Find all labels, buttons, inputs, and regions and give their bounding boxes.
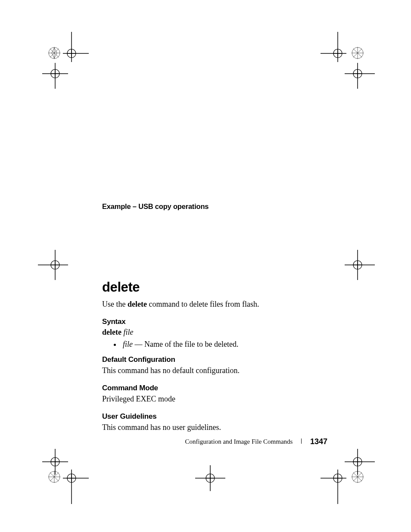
syntax-line: delete file <box>102 328 326 337</box>
footer-section-name: Configuration and Image File Commands <box>185 438 293 445</box>
arg-name: file <box>123 340 133 348</box>
crop-mark-icon <box>42 63 77 99</box>
footer-page-number: 1347 <box>310 437 327 446</box>
crop-mark-icon <box>345 440 379 476</box>
user-guidelines-text: This command has no user guidelines. <box>102 423 326 433</box>
user-guidelines-heading: User Guidelines <box>102 412 326 421</box>
svg-line-8 <box>52 48 54 53</box>
command-mode-text: Privileged EXEC mode <box>102 394 326 404</box>
crop-mark-icon <box>38 250 72 286</box>
page: Example – USB copy operations delete Use… <box>0 0 411 532</box>
syntax-keyword: delete <box>102 328 121 336</box>
syntax-arg-item: file — Name of the file to be deleted. <box>121 339 326 349</box>
registration-ornament-icon <box>352 47 364 59</box>
syntax-heading: Syntax <box>102 317 326 326</box>
svg-line-6 <box>54 53 57 58</box>
crop-mark-icon <box>340 250 375 286</box>
crop-mark-icon <box>193 461 227 497</box>
registration-ornament-icon <box>48 47 60 59</box>
arg-desc: — Name of the file to be deleted. <box>133 340 238 348</box>
command-title: delete <box>102 280 326 295</box>
intro-text: Use the <box>102 300 128 308</box>
crop-mark-icon <box>345 63 379 99</box>
syntax-arg: file <box>123 328 133 336</box>
registration-ornament-icon <box>48 471 60 483</box>
crop-mark-icon <box>63 457 93 506</box>
footer-separator-icon <box>301 439 302 444</box>
syntax-arg-list: file — Name of the file to be deleted. <box>102 339 326 349</box>
command-intro: Use the delete command to delete files f… <box>102 299 326 310</box>
page-footer: Configuration and Image File Commands 13… <box>0 437 327 446</box>
svg-line-5 <box>54 48 57 53</box>
command-mode-heading: Command Mode <box>102 384 326 392</box>
default-config-text: This command has no default configuratio… <box>102 366 326 376</box>
page-content: Example – USB copy operations delete Use… <box>102 202 326 432</box>
intro-text: command to delete files from flash. <box>147 300 259 308</box>
intro-command-name: delete <box>128 300 147 308</box>
svg-line-7 <box>52 53 54 58</box>
example-heading: Example – USB copy operations <box>102 202 326 211</box>
default-config-heading: Default Configuration <box>102 355 326 364</box>
